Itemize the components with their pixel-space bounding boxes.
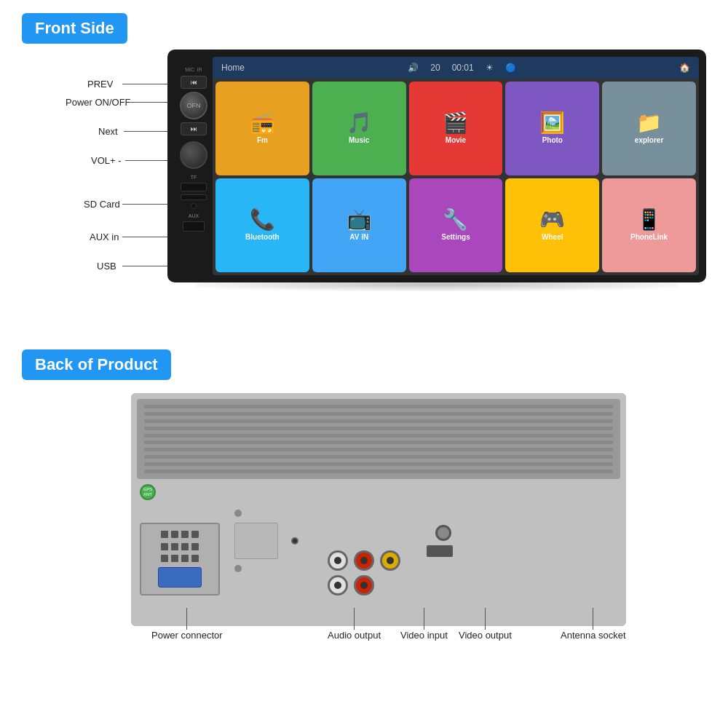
- pin: [191, 531, 199, 538]
- pin: [191, 555, 199, 562]
- tile-label-music: Music: [349, 136, 369, 144]
- tile-label-fm: Fm: [257, 136, 268, 144]
- rca-row-1: [328, 550, 400, 571]
- tile-av in[interactable]: 📺AV IN: [312, 178, 406, 272]
- antenna-area: [419, 525, 453, 557]
- front-section-label: Front Side: [22, 13, 127, 44]
- tile-label-wheel: Wheel: [542, 233, 563, 241]
- tile-icon-movie: 🎬: [443, 113, 468, 133]
- back-label-text: Back of Product: [22, 349, 171, 380]
- bluetooth-icon: 🔵: [505, 63, 516, 73]
- tile-label-photo: Photo: [542, 136, 563, 144]
- device-body: MIC IR ⏮ OFN ⏭ TF AUX: [167, 50, 706, 282]
- vent-1: [144, 405, 613, 408]
- ann-line-audio: [354, 608, 355, 630]
- pin: [171, 531, 178, 538]
- rca-audio-r: [354, 550, 374, 571]
- vol-line: [125, 160, 169, 161]
- back-device-body: GPSANT: [131, 393, 626, 626]
- prev-label: PREV: [87, 79, 113, 90]
- volume-value: 20: [430, 63, 440, 73]
- topbar-center: 🔊 20 00:01 ☀ 🔵: [408, 63, 515, 73]
- blue-connector: [158, 567, 202, 587]
- video-input-label: Video input: [400, 630, 448, 641]
- tile-icon-explorer: 📁: [636, 113, 662, 133]
- pin-row-2: [161, 543, 199, 550]
- usb-label: USB: [97, 261, 116, 272]
- rca-video-in-r: [354, 575, 374, 596]
- back-jack-area: [291, 537, 298, 545]
- rca-video-in-l: [328, 575, 348, 596]
- vol-knob[interactable]: [180, 141, 207, 169]
- pin: [161, 555, 168, 562]
- back-ann-antenna: Antenna socket: [561, 608, 626, 641]
- pin: [161, 531, 168, 538]
- power-connector-label: Power connector: [151, 630, 223, 641]
- sd-line: [122, 204, 169, 205]
- tile-explorer[interactable]: 📁explorer: [602, 82, 696, 175]
- screen-topbar: Home 🔊 20 00:01 ☀ 🔵 🏠: [213, 57, 699, 79]
- rca-audio-l: [328, 550, 348, 571]
- tile-wheel[interactable]: 🎮Wheel: [505, 178, 599, 272]
- pin-row-1: [161, 531, 199, 538]
- vent-10: [144, 470, 613, 473]
- back-section-label: Back of Product: [22, 349, 171, 380]
- tile-music[interactable]: 🎵Music: [312, 82, 406, 175]
- tile-icon-photo: 🖼️: [539, 113, 565, 133]
- ann-line-antenna: [593, 608, 593, 630]
- vent-7: [144, 448, 613, 451]
- aux-label: AUX in: [90, 232, 119, 242]
- next-line: [124, 131, 169, 132]
- pin: [171, 543, 178, 550]
- pin: [191, 543, 199, 550]
- tile-label-settings: Settings: [441, 233, 470, 241]
- next-button[interactable]: ⏭: [181, 122, 207, 135]
- pin: [171, 555, 178, 562]
- video-output-label: Video output: [459, 630, 512, 641]
- aux-line: [122, 237, 169, 237]
- ann-line-video-out: [485, 608, 486, 630]
- tile-movie[interactable]: 🎬Movie: [409, 82, 503, 175]
- sd-slot2: [181, 194, 207, 200]
- prev-line: [122, 84, 169, 84]
- sd-slot: [181, 183, 207, 191]
- vol-label: VOL+ -: [91, 155, 122, 166]
- back-jack: [291, 537, 298, 545]
- tile-fm[interactable]: 📻Fm: [215, 82, 309, 175]
- tile-icon-wheel: 🎮: [539, 210, 565, 230]
- power-knob[interactable]: OFN: [180, 92, 207, 119]
- rca-video-out: [380, 550, 400, 571]
- power-line: [130, 102, 169, 103]
- vent-5: [144, 434, 613, 438]
- ann-line-video-in: [424, 608, 424, 630]
- back-ann-video-out: Video output: [459, 608, 512, 641]
- pin: [161, 543, 168, 550]
- back-bottom-row: [137, 486, 620, 596]
- tile-bluetooth[interactable]: 📞Bluetooth: [215, 178, 309, 272]
- usb-back-slot: [427, 545, 453, 557]
- center-panel: [234, 523, 278, 559]
- power-connector: [140, 523, 220, 596]
- tile-label-av in: AV IN: [349, 233, 368, 241]
- rca-inner: [334, 557, 341, 564]
- device-controls: MIC IR ⏮ OFN ⏭ TF AUX: [175, 57, 213, 275]
- tile-icon-fm: 📻: [250, 113, 275, 133]
- tile-phonelink[interactable]: 📱PhoneLink: [602, 178, 696, 272]
- sd-label: SD Card: [84, 199, 120, 210]
- rca-inner: [387, 557, 394, 564]
- prev-button[interactable]: ⏮: [181, 76, 207, 89]
- screen-icons-grid: 📻Fm🎵Music🎬Movie🖼️Photo📁explorer📞Bluetoot…: [213, 79, 699, 275]
- device-screen: Home 🔊 20 00:01 ☀ 🔵 🏠 📻Fm🎵Music: [213, 57, 699, 275]
- center-piece: [234, 510, 278, 572]
- topbar-home: Home: [221, 63, 245, 73]
- tile-photo[interactable]: 🖼️Photo: [505, 82, 599, 175]
- front-device: MIC IR ⏮ OFN ⏭ TF AUX: [167, 50, 706, 282]
- tile-settings[interactable]: 🔧Settings: [409, 178, 503, 272]
- rca-inner: [360, 557, 368, 564]
- pin: [181, 555, 189, 562]
- power-label: Power ON/OFF: [66, 97, 131, 108]
- vent-3: [144, 419, 613, 423]
- pin: [181, 531, 189, 538]
- antenna-socket-label: Antenna socket: [561, 630, 626, 641]
- antenna-socket: [435, 525, 451, 541]
